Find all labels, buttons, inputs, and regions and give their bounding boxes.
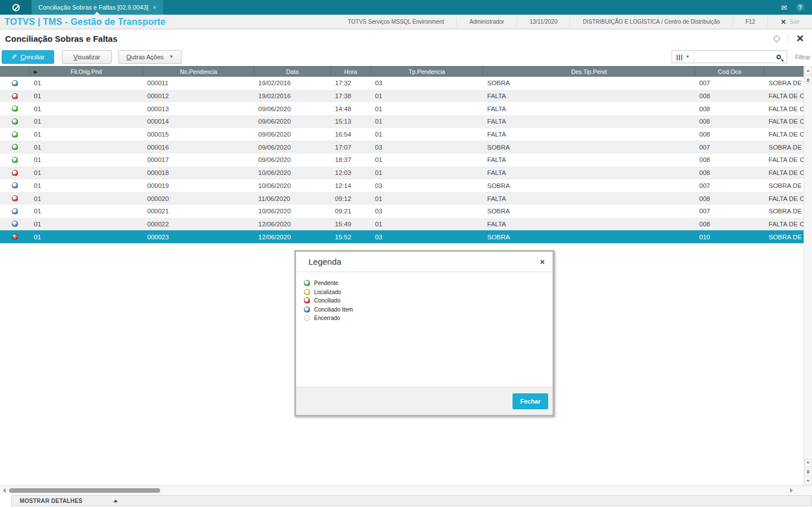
fechar-button[interactable]: Fechar — [513, 393, 548, 409]
scroll-left-button[interactable] — [0, 488, 8, 493]
cell-data: 09/06/2020 — [254, 131, 330, 138]
brand-title: TOTVS | TMS - Gestão de Transporte — [0, 17, 166, 27]
modal-close-icon[interactable]: × — [540, 257, 545, 266]
legend-item: Conciliado Item — [304, 305, 553, 314]
header-no-pendencia[interactable]: No.Pendencia — [143, 67, 254, 77]
legend-label: Pendente — [314, 280, 338, 286]
cell-data: 11/06/2020 — [254, 195, 330, 202]
cell-cod: 008 — [695, 106, 764, 112]
cell-oco: SOBRA DE CA — [764, 234, 804, 240]
visualizar-button[interactable]: Visualizar — [62, 50, 112, 64]
cell-hora: 15:13 — [330, 118, 370, 125]
filtrar-link[interactable]: Filtrar — [795, 54, 810, 60]
header-status[interactable] — [0, 67, 29, 77]
modal-header: Legenda × — [296, 252, 553, 272]
company-label[interactable]: DISTRIBUIÇÃO E LOGÍSTICA / Centro de Dis… — [570, 17, 732, 27]
cell-cod: 008 — [695, 93, 764, 99]
cell-hora: 16:54 — [330, 131, 370, 138]
modal-footer: Fechar — [296, 387, 553, 415]
search-input[interactable] — [694, 51, 776, 63]
cell-des: FALTA — [483, 195, 695, 202]
cell-pendencia: 000023 — [143, 234, 254, 240]
cell-tp: 03 — [370, 182, 483, 189]
legend-list: Pendente Localizado Conciliado Conciliad… — [296, 272, 553, 387]
cell-pendencia: 000019 — [143, 182, 254, 189]
grid-header: ▶ Fil.Orig.Pnd No.Pendencia Data Hora Tp… — [0, 66, 804, 77]
page-down-button[interactable] — [805, 468, 811, 476]
cell-oco: FALTA DE CAR — [764, 156, 804, 163]
cell-fil: 01 — [29, 169, 143, 176]
table-row[interactable]: 01 000013 09/06/2020 14:48 01 FALTA 008 … — [0, 102, 804, 115]
scrollbar-track[interactable] — [8, 486, 787, 494]
search-icon[interactable] — [776, 55, 781, 59]
table-row[interactable]: 01 000018 10/06/2020 12:03 01 FALTA 008 … — [0, 167, 804, 179]
row-marker-icon: ▶ — [34, 69, 37, 75]
header-tp-pendencia[interactable]: Tp.Pendencia — [370, 67, 483, 77]
cell-oco: FALTA DE CAR — [764, 118, 804, 125]
table-row[interactable]: 01 000020 11/06/2020 09:12 01 FALTA 008 … — [0, 192, 804, 205]
top-bar: Conciliação Sobras e Faltas [02.9.0043] … — [0, 0, 812, 15]
header-des-oco[interactable] — [764, 67, 804, 77]
chevron-up-icon — [113, 500, 118, 502]
table-row[interactable]: 01 000021 10/06/2020 09:21 03 SOBRA 007 … — [0, 205, 804, 218]
page-up-button[interactable] — [805, 76, 811, 84]
title-bar: Conciliação Sobras e Faltas ✕ — [0, 29, 812, 47]
status-ball-icon — [12, 144, 18, 150]
table-row[interactable]: 01 000016 09/06/2020 17:07 03 SOBRA 007 … — [0, 141, 804, 154]
cell-oco: FALTA DE CAR — [764, 169, 804, 176]
status-cell — [0, 157, 29, 163]
cell-pendencia: 000016 — [143, 144, 254, 151]
scroll-right-button[interactable] — [787, 488, 795, 493]
cell-cod: 010 — [695, 234, 764, 240]
table-row[interactable]: 01 000017 09/06/2020 18:37 01 FALTA 008 … — [0, 154, 804, 167]
gear-icon[interactable] — [774, 36, 780, 42]
close-routine-icon[interactable]: ✕ — [796, 34, 804, 43]
cell-cod: 008 — [695, 118, 764, 125]
header-fil-orig-pnd[interactable]: ▶ Fil.Orig.Pnd — [29, 67, 143, 77]
scrollbar-thumb[interactable] — [9, 488, 160, 493]
scroll-up-button[interactable] — [805, 67, 811, 75]
conciliar-button[interactable]: ✎ Conciliar — [2, 50, 54, 64]
cell-pendencia: 000017 — [143, 156, 254, 163]
table-row[interactable]: 01 000022 12/06/2020 15:49 01 FALTA 008 … — [0, 218, 804, 231]
divider — [788, 34, 788, 42]
outras-acoes-button[interactable]: Outras Ações ▼ — [118, 50, 182, 64]
horizontal-scrollbar — [0, 485, 812, 494]
tab-close-icon[interactable]: × — [153, 5, 156, 11]
header-des-tip-pend[interactable]: Des.Tip.Pend — [483, 67, 695, 77]
logout-button[interactable]: ✕ Sair — [767, 17, 812, 27]
table-row[interactable]: 01 000023 12/06/2020 15:52 03 SOBRA 010 … — [0, 230, 804, 243]
mail-icon[interactable]: ✉ — [781, 3, 787, 12]
legend-label: Encerrado — [314, 315, 340, 321]
cell-data: 19/02/2016 — [254, 80, 330, 86]
table-row[interactable]: 01 000012 19/02/2016 17:38 01 FALTA 008 … — [0, 90, 804, 103]
status-cell — [0, 119, 29, 125]
cell-data: 09/06/2020 — [254, 106, 330, 112]
cell-des: FALTA — [483, 118, 695, 125]
table-row[interactable]: 01 000014 09/06/2020 15:13 01 FALTA 008 … — [0, 115, 804, 128]
header-cod-oco[interactable]: Cod.Oco — [695, 67, 764, 77]
scroll-down-button[interactable] — [805, 459, 811, 467]
end-button[interactable] — [805, 477, 811, 485]
help-icon[interactable]: ? — [796, 3, 804, 11]
cell-oco: FALTA DE CAR — [764, 195, 804, 202]
cell-pendencia: 000011 — [143, 80, 254, 86]
outras-acoes-label: Outras Ações — [126, 54, 164, 60]
header-data[interactable]: Data — [254, 67, 330, 77]
f12-label[interactable]: F12 — [732, 17, 767, 27]
cell-tp: 03 — [370, 144, 483, 151]
chevron-down-icon: ▼ — [169, 54, 174, 59]
legend-ball-icon — [304, 315, 310, 321]
legend-item: Conciliado — [304, 296, 553, 305]
mostrar-detalhes-toggle[interactable]: MOSTRAR DETALHES — [11, 495, 812, 506]
table-row[interactable]: 01 000019 10/06/2020 12:14 03 SOBRA 007 … — [0, 179, 804, 192]
column-selector[interactable]: ||| ▼ — [672, 51, 694, 63]
header-hora[interactable]: Hora — [330, 67, 370, 77]
cell-fil: 01 — [29, 106, 143, 112]
table-row[interactable]: 01 000015 09/06/2020 16:54 01 FALTA 008 … — [0, 128, 804, 141]
logout-x-icon: ✕ — [780, 18, 786, 26]
status-ball-icon — [12, 132, 18, 138]
table-row[interactable]: 01 000011 19/02/2016 17:32 03 SOBRA 007 … — [0, 77, 804, 90]
tab-conciliacao-sobras-e-faltas[interactable]: Conciliação Sobras e Faltas [02.9.0043] … — [32, 0, 163, 15]
app-menu-button[interactable] — [0, 0, 32, 15]
